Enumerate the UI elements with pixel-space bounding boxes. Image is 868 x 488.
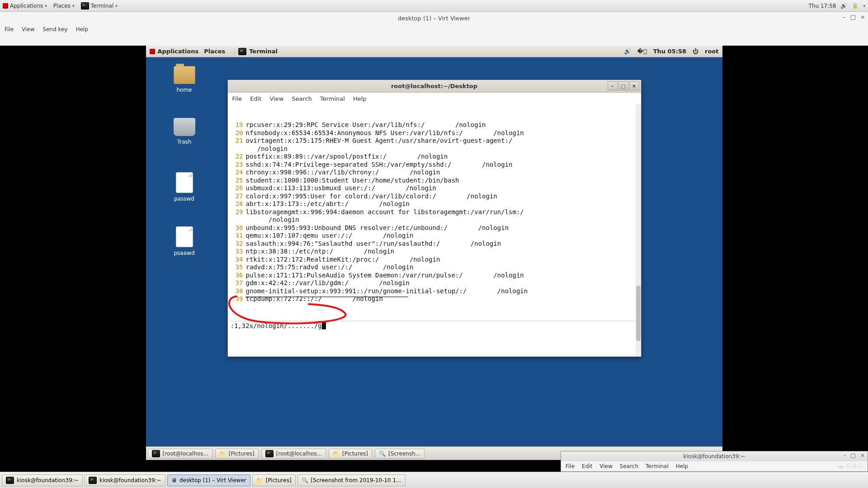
terminal-menu-search[interactable]: Search [292, 95, 312, 102]
terminal-icon [89, 477, 97, 484]
guest-user[interactable]: root [705, 48, 719, 55]
menu-file[interactable]: File [566, 463, 575, 469]
terminal-menu-file[interactable]: File [232, 95, 242, 102]
menu-view[interactable]: View [599, 463, 612, 469]
terminal-line: 30unbound:x:995:993:Unbound DNS resolver… [231, 224, 638, 232]
virt-title: desktop (1) – Virt Viewer [398, 15, 470, 22]
volume-icon[interactable]: 🔊 [624, 48, 631, 55]
terminal-line: 35radvd:x:75:75:radvd user:/:/ /nologin [231, 263, 638, 272]
taskbar-item[interactable]: [root@localhos... [148, 449, 212, 459]
terminal-line: 28abrt:x:173:173::/etc/abrt:/ /nologin [231, 200, 638, 208]
redhat-icon [150, 49, 155, 54]
menu-terminal[interactable]: Terminal [646, 463, 669, 469]
redhat-icon [3, 3, 8, 9]
host-taskbar-item[interactable]: 🔍 [Screenshot from 2019-10-10 1... [297, 474, 406, 486]
terminal-icon [81, 2, 89, 9]
terminal-close-button[interactable]: × [629, 81, 639, 90]
terminal-line: 25student:x:1000:1000:Student User:/home… [231, 177, 638, 185]
host-taskbar: kiosk@foundation39:~ kiosk@foundation39:… [0, 472, 868, 488]
host-clock[interactable]: Thu 17:58 [809, 3, 836, 9]
watermark: 亿速云 [837, 461, 863, 470]
taskbar-item[interactable]: [root@localhos... [261, 449, 326, 459]
taskbar-item[interactable]: 🔍 [Screensh... [375, 449, 425, 459]
terminal-line: 33ntp:x:38:38::/etc/ntp:/ /nologin [231, 248, 638, 256]
host-taskbar-item[interactable]: kiosk@foundation39:~ [2, 474, 83, 486]
terminal-line: 27colord:x:997:995:User for colord:/var/… [231, 192, 638, 201]
host-top-panel: Applications▾ Places▾ Terminal▾ Thu 17:5… [0, 0, 868, 12]
guest-clock[interactable]: Thu 05:58 [653, 48, 686, 55]
terminal-minimize-button[interactable]: – [608, 81, 618, 90]
terminal-line: 38gnome-initial-setup:x:993:991::/run/gn… [231, 287, 638, 296]
taskbar-item[interactable]: 📁 [Pictures] [329, 449, 372, 459]
host-taskbar-item[interactable]: kiosk@foundation39:~ [85, 474, 165, 486]
minimize-button[interactable]: – [843, 14, 846, 20]
guest-top-panel: Applications Places Terminal 🔊 �⃝ Thu 05… [146, 46, 722, 57]
virt-titlebar[interactable]: desktop (1) – Virt Viewer – □ × [0, 12, 868, 24]
host-small-terminal: kiosk@foundation39:~ –□× File Edit View … [561, 451, 868, 472]
terminal-line: 20nfsnobody:x:65534:65534:Anonymous NFS … [231, 129, 638, 137]
home-folder-icon[interactable]: home [164, 66, 205, 93]
guest-terminal-menu[interactable]: Terminal [249, 48, 278, 55]
virt-menu-view[interactable]: View [22, 26, 34, 33]
terminal-line: 29libstoragemgmt:x:996:994:daemon accoun… [231, 208, 638, 216]
host-taskbar-item[interactable]: 📁 [Pictures] [252, 474, 296, 486]
terminal-menu-help[interactable]: Help [353, 95, 367, 102]
passwd-file-icon[interactable]: passwd [164, 172, 205, 202]
terminal-icon [6, 477, 14, 484]
terminal-line: /nologin [231, 145, 638, 153]
terminal-icon [152, 450, 160, 457]
terminal-titlebar[interactable]: root@localhost:~/Desktop – □ × [228, 80, 641, 93]
terminal-line: 31qemu:x:107:107:qemu user:/:/ /nologin [231, 232, 638, 240]
terminal-body[interactable]: 19rpcuser:x:29:29:RPC Service User:/var/… [228, 104, 641, 357]
maximize-button[interactable]: □ [850, 14, 856, 20]
host-places-menu[interactable]: Places▾ [53, 3, 75, 9]
host-terminal-menu[interactable]: Terminal▾ [81, 2, 118, 9]
terminal-menu-edit[interactable]: Edit [250, 95, 261, 102]
terminal-line: 19rpcuser:x:29:29:RPC Service User:/var/… [231, 121, 638, 129]
small-terminal-menubar: File Edit View Search Terminal Help [561, 461, 868, 471]
guest-desktop-area: Applications Places Terminal 🔊 �⃝ Thu 05… [0, 46, 868, 460]
small-terminal-title: kiosk@foundation39:~ [684, 453, 745, 460]
menu-search[interactable]: Search [620, 463, 638, 469]
virt-menubar: File View Send key Help [0, 24, 868, 34]
power-icon[interactable]: ⏻ [693, 48, 698, 55]
terminal-line: 22postfix:x:89:89::/var/spool/postfix:/ … [231, 153, 638, 161]
terminal-menu-terminal[interactable]: Terminal [320, 95, 345, 102]
terminal-line: 32saslauth:x:994:76:"Saslauthd user":/ru… [231, 240, 638, 248]
volume-icon[interactable]: 🔊 [840, 3, 847, 9]
guest-desktop[interactable]: Applications Places Terminal 🔊 �⃝ Thu 05… [146, 46, 722, 460]
taskbar-item[interactable]: 📁 [Pictures] [215, 449, 259, 459]
host-taskbar-item-active[interactable]: 🖥 desktop (1) – Virt Viewer [167, 474, 250, 486]
battery-icon[interactable]: 🔋 [852, 3, 859, 9]
virt-menu-help[interactable]: Help [76, 26, 88, 33]
psaawd-file-icon[interactable]: psaawd [164, 226, 205, 256]
terminal-line: 39tcpdump:x:72:72::/:/ /nologin [231, 295, 638, 303]
terminal-line: 23sshd:x:74:74:Privilege-separated SSH:/… [231, 161, 638, 169]
trash-icon[interactable]: Trash [164, 118, 205, 145]
host-applications-menu[interactable]: Applications▾ [3, 3, 47, 9]
close-button[interactable]: × [860, 14, 865, 20]
terminal-title: root@localhost:~/Desktop [391, 83, 477, 89]
terminal-icon [265, 450, 274, 457]
terminal-maximize-button[interactable]: □ [618, 81, 628, 90]
terminal-line: 34rtkit:x:172:172:RealtimeKit:/proc:/ /n… [231, 256, 638, 264]
menu-edit[interactable]: Edit [582, 463, 592, 469]
guest-applications-menu[interactable]: Applications [158, 48, 199, 55]
terminal-line: 36pulse:x:171:171:PulseAudio System Daem… [231, 272, 638, 280]
system-menu-icon[interactable]: ▾ [863, 4, 865, 8]
virt-menu-file[interactable]: File [5, 26, 14, 33]
virt-menu-sendkey[interactable]: Send key [43, 26, 68, 33]
terminal-menubar: File Edit View Search Terminal Help [228, 93, 641, 104]
maximize-button[interactable]: □ [851, 452, 856, 459]
menu-help[interactable]: Help [676, 463, 688, 469]
scrollbar-thumb[interactable] [636, 286, 641, 341]
guest-places-menu[interactable]: Places [204, 48, 225, 55]
terminal-menu-view[interactable]: View [269, 95, 283, 102]
minimize-button[interactable]: – [844, 452, 846, 459]
accessibility-icon[interactable]: �⃝ [637, 48, 647, 55]
terminal-line: 24chrony:x:998:996::/var/lib/chrony:/ /n… [231, 169, 638, 177]
small-terminal-titlebar[interactable]: kiosk@foundation39:~ –□× [561, 451, 868, 461]
terminal-line: /nologin [231, 216, 638, 224]
close-button[interactable]: × [860, 452, 865, 459]
terminal-scrollbar[interactable] [636, 104, 641, 357]
